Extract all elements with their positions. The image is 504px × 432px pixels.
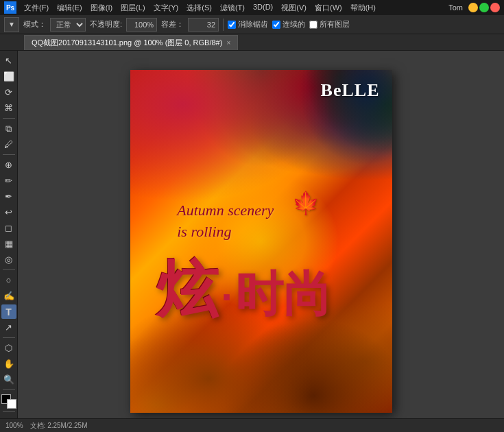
tool-preset-icon[interactable]: ▼	[4, 17, 19, 32]
marquee-tool[interactable]: ⬜	[1, 69, 16, 84]
document-tab[interactable]: QQ截图20170913143101.png @ 100% (图层 0, RGB…	[24, 35, 238, 50]
history-brush-tool[interactable]: ↩	[1, 205, 16, 219]
autumn-text: Autumn scenery is rolling	[177, 200, 274, 243]
background-color[interactable]	[7, 399, 16, 409]
opacity-label: 不透明度:	[90, 19, 122, 29]
mode-label: 模式：	[23, 19, 46, 29]
eraser-tool[interactable]: ◻	[1, 221, 16, 235]
doc-info: 文档: 2.25M/2.25M	[30, 421, 88, 431]
separator-1	[3, 118, 15, 119]
tab-bar: QQ截图20170913143101.png @ 100% (图层 0, RGB…	[0, 34, 504, 51]
crop-tool[interactable]: ⧉	[1, 121, 16, 136]
path-select-tool[interactable]: ↗	[1, 320, 16, 335]
blur-tool[interactable]: ◎	[1, 252, 16, 267]
separator-5	[3, 389, 15, 390]
zoom-level: 100%	[5, 422, 23, 429]
eyedropper-tool[interactable]: 🖊	[1, 137, 16, 152]
all-layers-checkbox[interactable]	[309, 21, 317, 29]
brush-tool[interactable]: ✏	[1, 173, 16, 188]
separator-6	[3, 411, 15, 412]
maximize-button[interactable]	[479, 3, 489, 12]
separator-2	[3, 154, 15, 155]
chinese-dot: ·	[221, 274, 232, 320]
canvas-area: BeLLE Autumn scenery is rolling 🍁 炫 · 时尚	[18, 51, 504, 432]
ps-logo: Ps	[4, 1, 16, 14]
shape-tool[interactable]: ⬡	[1, 341, 16, 355]
menu-select[interactable]: 选择(S)	[183, 1, 215, 14]
window-controls	[468, 3, 500, 12]
options-bar: ▼ 模式： 正常 不透明度: 容差： 消除锯齿 连续的 所有图层	[0, 15, 504, 34]
quick-select-tool[interactable]: ⌘	[1, 101, 16, 115]
type-tool[interactable]: T	[1, 304, 16, 319]
belle-logo: BeLLE	[321, 80, 380, 101]
title-bar: Ps 文件(F) 编辑(E) 图像(I) 图层(L) 文字(Y) 选择(S) 滤…	[0, 0, 504, 15]
chinese-xuan-char: 炫	[156, 259, 218, 320]
close-button[interactable]	[490, 3, 500, 12]
all-layers-label: 所有图层	[320, 19, 350, 29]
autumn-line2: is rolling	[177, 221, 274, 243]
menu-filter[interactable]: 滤镜(T)	[217, 1, 248, 14]
autumn-line1: Autumn scenery	[177, 200, 274, 221]
all-layers-wrap: 所有图层	[309, 19, 350, 29]
contiguous-checkbox[interactable]	[272, 21, 280, 29]
separator-3	[3, 269, 15, 270]
main-area: ↖ ⬜ ⟳ ⌘ ⧉ 🖊 ⊕ ✏ ✒ ↩ ◻ ▦ ◎ ○ ✍ T ↗	[0, 51, 504, 432]
dodge-tool[interactable]: ○	[1, 273, 16, 287]
chinese-text-group: 炫 · 时尚	[156, 259, 366, 320]
menu-view[interactable]: 视图(V)	[278, 1, 310, 14]
contiguous-label: 连续的	[283, 19, 305, 29]
pen-tool[interactable]: ✍	[1, 289, 16, 303]
hand-tool[interactable]: ✋	[1, 357, 16, 371]
chinese-fashion-text: 时尚	[235, 270, 331, 318]
anti-alias-wrap: 消除锯齿	[228, 19, 268, 29]
separator-4	[3, 337, 15, 338]
menu-file[interactable]: 文件(F)	[21, 1, 52, 14]
image-canvas: BeLLE Autumn scenery is rolling 🍁 炫 · 时尚	[130, 70, 392, 413]
tolerance-input[interactable]	[188, 18, 219, 32]
menu-3d[interactable]: 3D(D)	[250, 1, 276, 14]
menu-help[interactable]: 帮助(H)	[347, 1, 379, 14]
healing-tool[interactable]: ⊕	[1, 158, 16, 172]
tab-close-button[interactable]: ×	[226, 39, 230, 47]
opacity-input[interactable]	[126, 18, 157, 32]
clone-stamp-tool[interactable]: ✒	[1, 189, 16, 204]
menu-window[interactable]: 窗口(W)	[311, 1, 346, 14]
tolerance-label: 容差：	[161, 19, 184, 29]
zoom-tool[interactable]: 🔍	[1, 372, 16, 387]
gradient-tool[interactable]: ▦	[1, 237, 16, 251]
lasso-tool[interactable]: ⟳	[1, 85, 16, 99]
mode-select[interactable]: 正常	[50, 18, 86, 32]
poster-background: BeLLE Autumn scenery is rolling 🍁 炫 · 时尚	[130, 70, 392, 413]
minimize-button[interactable]	[468, 3, 478, 12]
tab-filename: QQ截图20170913143101.png @ 100% (图层 0, RGB…	[32, 38, 222, 48]
menu-image[interactable]: 图像(I)	[87, 1, 116, 14]
left-toolbar: ↖ ⬜ ⟳ ⌘ ⧉ 🖊 ⊕ ✏ ✒ ↩ ◻ ▦ ◎ ○ ✍ T ↗	[0, 51, 18, 432]
bottom-bar: 100% 文档: 2.25M/2.25M	[0, 418, 504, 432]
contiguous-wrap: 连续的	[272, 19, 305, 29]
color-swatch[interactable]	[1, 394, 16, 409]
user-name: Tom	[448, 3, 463, 12]
menu-layer[interactable]: 图层(L)	[117, 1, 148, 14]
menu-text[interactable]: 文字(Y)	[150, 1, 182, 14]
menu-bar: 文件(F) 编辑(E) 图像(I) 图层(L) 文字(Y) 选择(S) 滤镜(T…	[21, 1, 444, 14]
maple-leaf-icon: 🍁	[292, 190, 320, 216]
menu-edit[interactable]: 编辑(E)	[53, 1, 86, 14]
anti-alias-checkbox[interactable]	[228, 21, 236, 29]
move-tool[interactable]: ↖	[1, 53, 16, 68]
anti-alias-label: 消除锯齿	[238, 19, 268, 29]
